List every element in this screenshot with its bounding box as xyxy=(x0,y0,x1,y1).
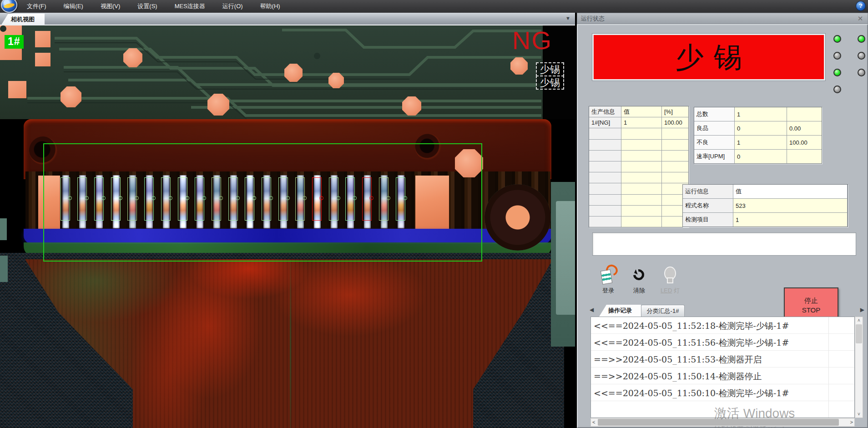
table-cell: 1#[NG] xyxy=(589,117,621,128)
table-cell-empty xyxy=(662,161,688,172)
tab-camera-view[interactable]: 相机视图 xyxy=(1,14,45,25)
table-cell-empty xyxy=(589,172,621,183)
copper-pad xyxy=(8,81,26,98)
led-indicator-green xyxy=(858,35,865,43)
camera-id-badge: 1# xyxy=(5,35,24,49)
menu-item[interactable]: 视图(V) xyxy=(99,1,122,11)
table-cell-empty xyxy=(621,151,661,161)
table-cell: 程式名称 xyxy=(683,199,733,212)
pcb-edge-left-tab xyxy=(0,256,8,282)
tab-operation-log[interactable]: 操作记录 xyxy=(599,305,641,317)
table-cell-empty xyxy=(621,217,661,227)
led-indicator-gray xyxy=(858,69,865,76)
table-cell: 1 xyxy=(621,117,661,128)
table-cell-empty xyxy=(589,161,621,172)
pcb-traces xyxy=(0,25,550,119)
led-indicator-green xyxy=(833,69,841,76)
table-cell: 1 xyxy=(735,107,787,121)
table-cell xyxy=(787,107,822,121)
pcb-edge-left-tab xyxy=(0,218,7,240)
menu-item[interactable]: 运行(O) xyxy=(221,1,245,11)
log-column-divider xyxy=(828,317,829,418)
led-indicator-gray xyxy=(833,52,841,60)
status-message: 少锡 xyxy=(666,38,752,76)
table-cell-empty xyxy=(621,206,661,216)
close-icon[interactable]: ✕ xyxy=(856,15,864,23)
table-cell-empty xyxy=(589,151,621,161)
tab-scroll-right-icon[interactable]: ▶ xyxy=(860,307,864,313)
table-cell: 523 xyxy=(733,199,847,212)
table-header: 生产信息 xyxy=(589,106,621,117)
table-cell-empty xyxy=(662,151,688,161)
login-badge-icon xyxy=(594,265,622,285)
table-cell-empty xyxy=(621,128,661,139)
log-entry: <<==2024-05-05_11:51:56-检测完毕-少锡-1# xyxy=(591,334,854,351)
table-cell: 100.00 xyxy=(662,117,688,128)
table-header: [%] xyxy=(662,106,688,117)
defect-tag-list: 少锡少锡 xyxy=(536,63,564,90)
hscroll-thumb[interactable] xyxy=(598,419,839,426)
table-cell-empty xyxy=(589,195,621,205)
status-message-box: 少锡 xyxy=(592,34,825,81)
scroll-up-icon[interactable]: ˄ xyxy=(855,318,863,323)
panel-title-bar: 运行状态 ✕ xyxy=(577,13,868,24)
bulb-icon xyxy=(656,265,684,285)
operation-log-list[interactable]: <<==2024-05-05_11:52:18-检测完毕-少锡-1#<<==20… xyxy=(590,317,855,418)
table-cell-empty xyxy=(662,128,688,139)
table-cell: 0.00 xyxy=(787,121,822,135)
table-cell-empty xyxy=(621,195,661,205)
chevron-down-icon[interactable]: ▼ xyxy=(565,15,570,21)
vertical-scrollbar[interactable]: ˄ ˅ xyxy=(855,317,863,418)
clear-button[interactable]: 清除 xyxy=(625,265,653,297)
table-cell: 100.00 xyxy=(787,136,822,149)
menu-item[interactable]: MES连接器 xyxy=(173,1,207,11)
app-window: 文件(F)编辑(E)视图(V)设置(S)MES连接器运行(O)帮助(H) ? 相… xyxy=(0,0,868,428)
stop-label-cn: 停止 xyxy=(785,297,838,305)
runinfo-table: 运行信息 值 程式名称 523 检测项目 1 xyxy=(682,184,848,227)
menu-items: 文件(F)编辑(E)视图(V)设置(S)MES连接器运行(O)帮助(H) xyxy=(0,1,282,11)
clear-label: 清除 xyxy=(625,287,653,295)
vscroll-thumb[interactable] xyxy=(856,324,862,343)
menu-bar: 文件(F)编辑(E)视图(V)设置(S)MES连接器运行(O)帮助(H) ? xyxy=(0,0,868,13)
camera-tab-bar: 相机视图 ▼ xyxy=(0,13,575,25)
table-cell-empty xyxy=(621,183,661,194)
table-header: 运行信息 xyxy=(683,185,733,198)
via-dot xyxy=(314,53,320,59)
table-cell xyxy=(787,150,822,163)
led-light-button[interactable]: LED 灯 xyxy=(656,265,684,297)
led-grid xyxy=(833,35,865,102)
camera-view: 1# NG 少锡少锡 xyxy=(0,25,575,428)
table-cell-empty xyxy=(662,140,688,150)
tab-class-summary[interactable]: 分类汇总-1# xyxy=(641,305,685,317)
menu-item[interactable]: 文件(F) xyxy=(25,1,48,11)
table-cell-empty xyxy=(589,206,621,216)
table-cell: 不良 xyxy=(694,136,734,149)
fiducial-circle xyxy=(484,184,551,251)
stats-table: 总数 1 良品 0 0.00 不良 1 100.00 速率[UPM] 0 xyxy=(694,107,822,164)
log-entry: ==>>2024-05-05_11:51:53-检测器开启 xyxy=(591,351,854,368)
scroll-left-icon[interactable]: < xyxy=(592,419,595,425)
defect-tag: 少锡 xyxy=(536,62,564,76)
log-entry: <<==2024-05-05_11:50:10-检测完毕-少锡-1# xyxy=(591,384,854,401)
login-button[interactable]: 登录 xyxy=(594,265,622,297)
menu-item[interactable]: 设置(S) xyxy=(136,1,159,11)
menu-item[interactable]: 帮助(H) xyxy=(258,1,282,11)
table-cell-empty xyxy=(589,217,621,227)
table-cell-empty xyxy=(662,172,688,183)
table-cell: 良品 xyxy=(694,121,734,135)
table-cell-empty xyxy=(621,140,661,150)
defect-tag: 少锡 xyxy=(536,76,564,90)
scroll-down-icon[interactable]: ˅ xyxy=(855,412,863,417)
table-cell: 1 xyxy=(735,136,787,149)
panel-body: 少锡 生产信息 值 [%] 1#[NG] 1 100.00 总数 1 良品 0 … xyxy=(577,24,868,428)
table-cell-empty xyxy=(589,183,621,194)
table-cell-empty xyxy=(621,172,661,183)
scroll-right-icon[interactable]: > xyxy=(850,419,853,425)
menu-item[interactable]: 编辑(E) xyxy=(62,1,85,11)
tab-scroll-left-icon[interactable]: ◀ xyxy=(590,307,594,313)
production-table: 生产信息 值 [%] 1#[NG] 1 100.00 xyxy=(589,106,689,227)
help-icon[interactable]: ? xyxy=(856,1,865,10)
table-cell: 速率[UPM] xyxy=(694,150,734,163)
horizontal-scrollbar[interactable]: < > xyxy=(590,418,855,427)
toolbar: 登录 清除 LED 灯 停止 STOP xyxy=(594,265,865,302)
